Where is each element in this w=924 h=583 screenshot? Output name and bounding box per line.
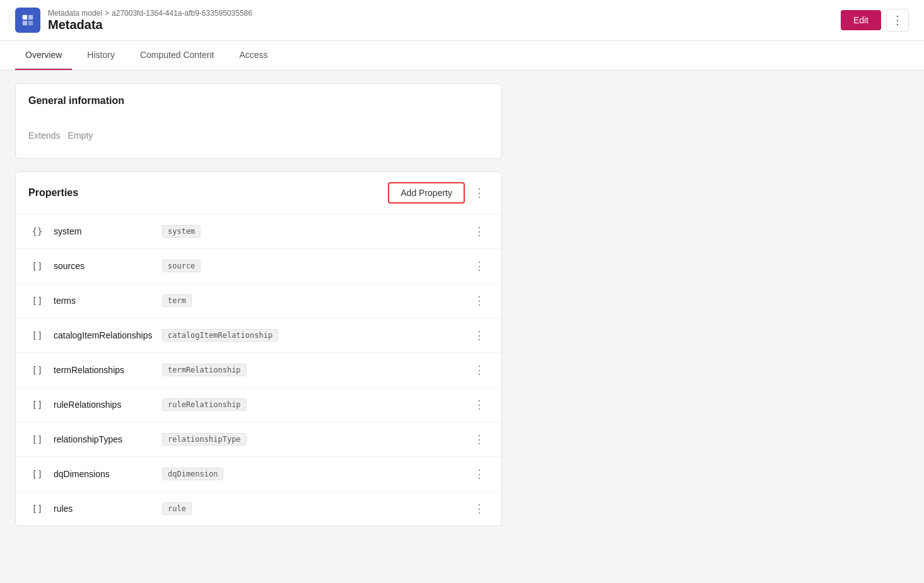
property-tag: source: [162, 260, 201, 272]
property-type-icon: []: [28, 296, 46, 306]
tab-overview[interactable]: Overview: [15, 41, 72, 70]
property-type-icon: []: [28, 330, 46, 340]
edit-button[interactable]: Edit: [841, 10, 881, 30]
table-row: [] dqDimensions dqDimension ⋮: [16, 457, 501, 492]
properties-header-actions: Add Property ⋮: [388, 182, 489, 204]
property-name: sources: [54, 261, 155, 271]
property-more-button[interactable]: ⋮: [470, 500, 489, 517]
properties-header: Properties Add Property ⋮: [16, 172, 501, 214]
property-name: termRelationships: [54, 365, 155, 375]
breadcrumb-link[interactable]: Metadata model: [48, 9, 102, 18]
property-type-icon: []: [28, 469, 46, 479]
app-icon: [15, 8, 40, 33]
properties-more-button[interactable]: ⋮: [470, 185, 489, 201]
property-name: relationshipTypes: [54, 434, 155, 444]
table-row: [] sources source ⋮: [16, 249, 501, 284]
property-more-button[interactable]: ⋮: [470, 362, 489, 378]
svg-rect-3: [28, 21, 33, 25]
breadcrumb-separator: >: [105, 9, 109, 18]
main-content: General information Extends Empty Proper…: [0, 71, 517, 539]
metadata-icon: [21, 13, 35, 27]
property-name: system: [54, 226, 155, 236]
tab-computed-content[interactable]: Computed Content: [130, 41, 225, 70]
svg-rect-0: [23, 15, 27, 20]
property-more-button[interactable]: ⋮: [470, 327, 489, 343]
property-more-button[interactable]: ⋮: [470, 396, 489, 413]
property-tag: term: [162, 294, 192, 307]
property-more-button[interactable]: ⋮: [470, 258, 489, 274]
property-more-button[interactable]: ⋮: [470, 431, 489, 447]
extends-label: Extends: [28, 130, 61, 141]
tab-history[interactable]: History: [77, 41, 125, 70]
svg-rect-1: [28, 15, 33, 20]
property-more-button[interactable]: ⋮: [470, 292, 489, 309]
extends-row: Extends Empty: [28, 125, 489, 146]
property-type-icon: []: [28, 365, 46, 375]
property-name: dqDimensions: [54, 469, 155, 479]
breadcrumb: Metadata model > a27003fd-1364-441a-afb9…: [48, 9, 252, 18]
general-info-card: General information Extends Empty: [15, 83, 502, 159]
property-type-icon: []: [28, 261, 46, 271]
table-row: [] catalogItemRelationships catalogItemR…: [16, 318, 501, 353]
general-info-body: Extends Empty: [16, 118, 501, 158]
properties-list: {} system system ⋮ [] sources source ⋮ […: [16, 214, 501, 526]
property-type-icon: []: [28, 504, 46, 514]
property-tag: termRelationship: [162, 364, 247, 376]
property-name: ruleRelationships: [54, 400, 155, 410]
general-info-title: General information: [28, 95, 489, 107]
tab-access[interactable]: Access: [229, 41, 278, 70]
property-tag: system: [162, 225, 201, 238]
property-name: terms: [54, 296, 155, 306]
property-type-icon: {}: [28, 226, 46, 236]
property-type-icon: []: [28, 434, 46, 444]
property-tag: rule: [162, 502, 192, 515]
page-header: Metadata model > a27003fd-1364-441a-afb9…: [0, 0, 924, 41]
header-title-group: Metadata model > a27003fd-1364-441a-afb9…: [48, 9, 252, 32]
table-row: {} system system ⋮: [16, 214, 501, 249]
property-tag: ruleRelationship: [162, 398, 247, 411]
properties-title: Properties: [28, 187, 78, 199]
properties-card: Properties Add Property ⋮ {} system syst…: [15, 171, 502, 526]
table-row: [] rules rule ⋮: [16, 492, 501, 526]
general-info-header: General information: [16, 84, 501, 118]
svg-rect-2: [23, 21, 27, 25]
header-actions: Edit ⋮: [841, 9, 909, 32]
property-name: rules: [54, 504, 155, 514]
property-name: catalogItemRelationships: [54, 330, 155, 340]
header-left: Metadata model > a27003fd-1364-441a-afb9…: [15, 8, 252, 33]
extends-value: Empty: [68, 130, 93, 141]
property-type-icon: []: [28, 400, 46, 410]
property-tag: catalogItemRelationship: [162, 329, 278, 342]
table-row: [] termRelationships termRelationship ⋮: [16, 353, 501, 388]
property-more-button[interactable]: ⋮: [470, 223, 489, 240]
table-row: [] ruleRelationships ruleRelationship ⋮: [16, 388, 501, 422]
table-row: [] relationshipTypes relationshipType ⋮: [16, 422, 501, 457]
breadcrumb-id: a27003fd-1364-441a-afb9-633595035586: [112, 9, 252, 18]
property-tag: relationshipType: [162, 433, 247, 446]
add-property-button[interactable]: Add Property: [388, 182, 465, 204]
tabs-bar: Overview History Computed Content Access: [0, 41, 924, 71]
page-title: Metadata: [48, 18, 252, 32]
more-options-button[interactable]: ⋮: [886, 9, 909, 32]
property-more-button[interactable]: ⋮: [470, 466, 489, 482]
property-tag: dqDimension: [162, 468, 223, 480]
table-row: [] terms term ⋮: [16, 284, 501, 318]
